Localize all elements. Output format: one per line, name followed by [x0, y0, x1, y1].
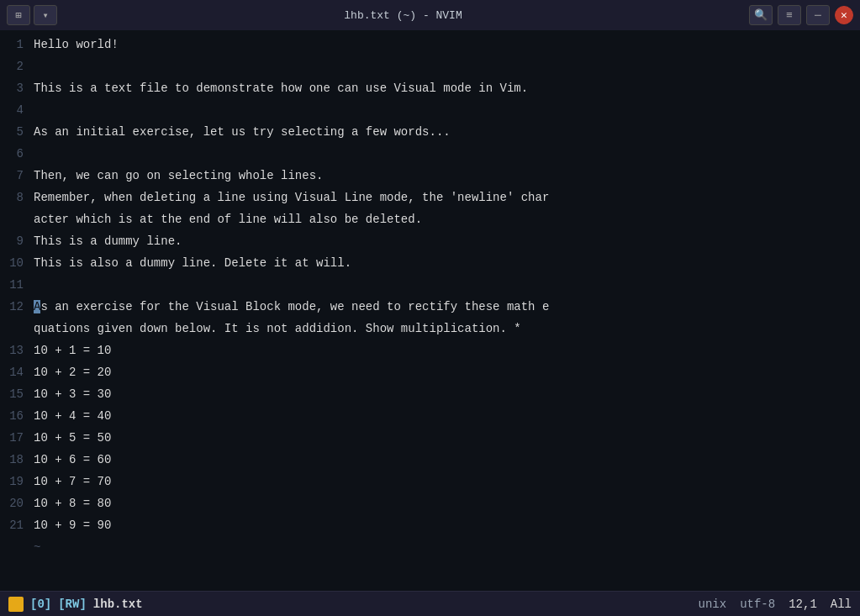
search-button[interactable]: 🔍 [749, 5, 773, 25]
tilde-content: ~ [34, 536, 40, 558]
titlebar-left: ⊞ ▾ [7, 5, 57, 25]
status-indicator [8, 597, 24, 612]
statusbar: [0] [RW] lhb.txt unix utf-8 12,1 All [0, 591, 860, 616]
status-encoding: utf-8 [740, 598, 775, 611]
line-content-19: 10 + 7 = 70 [34, 471, 111, 492]
line-content-1: Hello world! [34, 34, 119, 55]
menu-button[interactable]: ≡ [778, 5, 801, 25]
line-content-5: As an initial exercise, let us try selec… [34, 121, 451, 143]
window-title: lhb.txt (~) - NVIM [57, 9, 749, 22]
line-content-14: 10 + 2 = 20 [34, 361, 111, 383]
line-number-18: 18 [0, 449, 34, 471]
line-13: 13 10 + 1 = 10 [0, 340, 860, 361]
line-21: 21 10 + 9 = 90 [0, 514, 860, 536]
line-8-cont: acter which is at the end of line will a… [0, 208, 860, 230]
line-17: 17 10 + 5 = 50 [0, 427, 860, 449]
line-7: 7 Then, we can go on selecting whole lin… [0, 165, 860, 187]
line-number-6: 6 [0, 143, 34, 165]
line-16: 16 10 + 4 = 40 [0, 405, 860, 427]
line-number-10: 10 [0, 252, 34, 274]
line-content-7: Then, we can go on selecting whole lines… [34, 165, 323, 187]
status-scroll: All [831, 598, 852, 611]
line-content-12-cont: quations given down below. It is not add… [34, 318, 521, 340]
app-icon: ⊞ [15, 9, 21, 22]
minimize-button[interactable]: ─ [806, 5, 830, 25]
line-20: 20 10 + 8 = 80 [0, 492, 860, 514]
status-filename: lhb.txt [93, 598, 143, 611]
editor[interactable]: 1 Hello world! 2 3 This is a text file t… [0, 30, 860, 591]
titlebar-controls: 🔍 ≡ ─ ✕ [749, 5, 853, 25]
line-8: 8 Remember, when deleting a line using V… [0, 187, 860, 208]
line-number-1: 1 [0, 34, 34, 55]
line-number-20: 20 [0, 492, 34, 514]
menu-icon: ≡ [786, 9, 793, 22]
line-content-8: Remember, when deleting a line using Vis… [34, 187, 549, 208]
line-14: 14 10 + 2 = 20 [0, 361, 860, 383]
tilde-line: ~ [0, 536, 860, 558]
status-rw: [RW] [58, 598, 87, 611]
line-1: 1 Hello world! [0, 34, 860, 55]
line-number-14: 14 [0, 361, 34, 383]
titlebar: ⊞ ▾ lhb.txt (~) - NVIM 🔍 ≡ ─ ✕ [0, 0, 860, 30]
line-content-21: 10 + 9 = 90 [34, 514, 111, 536]
dropdown-icon: ▾ [42, 9, 48, 22]
status-mode: [0] [30, 598, 51, 611]
line-content-20: 10 + 8 = 80 [34, 492, 111, 514]
statusbar-right: unix utf-8 12,1 All [699, 598, 852, 611]
close-icon: ✕ [841, 8, 847, 22]
line-number-4: 4 [0, 99, 34, 121]
line-3: 3 This is a text file to demonstrate how… [0, 77, 860, 99]
line-content-6 [34, 143, 40, 165]
line-content-2 [34, 55, 40, 77]
cursor: A [34, 300, 40, 313]
line-10: 10 This is also a dummy line. Delete it … [0, 252, 860, 274]
line-content-18: 10 + 6 = 60 [34, 449, 111, 471]
statusbar-left: [0] [RW] lhb.txt [8, 597, 143, 612]
line-content-16: 10 + 4 = 40 [34, 405, 111, 427]
app-icon-button[interactable]: ⊞ [7, 5, 30, 25]
line-11: 11 [0, 274, 860, 296]
line-9: 9 This is a dummy line. [0, 230, 860, 252]
line-number-11: 11 [0, 274, 34, 296]
line-number-17: 17 [0, 427, 34, 449]
dropdown-button[interactable]: ▾ [34, 5, 57, 25]
line-number-3: 3 [0, 77, 34, 99]
line-content-8-cont: acter which is at the end of line will a… [34, 208, 422, 230]
status-filetype: unix [699, 598, 727, 611]
close-button[interactable]: ✕ [835, 6, 853, 24]
line-content-13: 10 + 1 = 10 [34, 340, 111, 361]
line-12: 12 As an exercise for the Visual Block m… [0, 296, 860, 318]
line-content-15: 10 + 3 = 30 [34, 383, 111, 405]
line-number-7: 7 [0, 165, 34, 187]
line-number-13: 13 [0, 340, 34, 361]
line-19: 19 10 + 7 = 70 [0, 471, 860, 492]
line-15: 15 10 + 3 = 30 [0, 383, 860, 405]
line-18: 18 10 + 6 = 60 [0, 449, 860, 471]
editor-content: 1 Hello world! 2 3 This is a text file t… [0, 30, 860, 591]
line-number-5: 5 [0, 121, 34, 143]
line-2: 2 [0, 55, 860, 77]
line-number-16: 16 [0, 405, 34, 427]
search-icon: 🔍 [754, 8, 768, 22]
line-number-12: 12 [0, 296, 34, 318]
line-content-4 [34, 99, 40, 121]
line-content-3: This is a text file to demonstrate how o… [34, 77, 528, 99]
line-number-8: 8 [0, 187, 34, 208]
line-content-9: This is a dummy line. [34, 230, 182, 252]
line-number-19: 19 [0, 471, 34, 492]
line-number-21: 21 [0, 514, 34, 536]
line-content-10: This is also a dummy line. Delete it at … [34, 252, 351, 274]
line-content-12: As an exercise for the Visual Block mode… [34, 296, 549, 318]
status-position: 12,1 [789, 598, 817, 611]
line-number-9: 9 [0, 230, 34, 252]
line-12-cont: quations given down below. It is not add… [0, 318, 860, 340]
minimize-icon: ─ [815, 9, 821, 22]
line-number-2: 2 [0, 55, 34, 77]
line-5: 5 As an initial exercise, let us try sel… [0, 121, 860, 143]
line-number-15: 15 [0, 383, 34, 405]
line-content-17: 10 + 5 = 50 [34, 427, 111, 449]
line-content-11 [34, 274, 40, 296]
line-4: 4 [0, 99, 860, 121]
line-6: 6 [0, 143, 860, 165]
